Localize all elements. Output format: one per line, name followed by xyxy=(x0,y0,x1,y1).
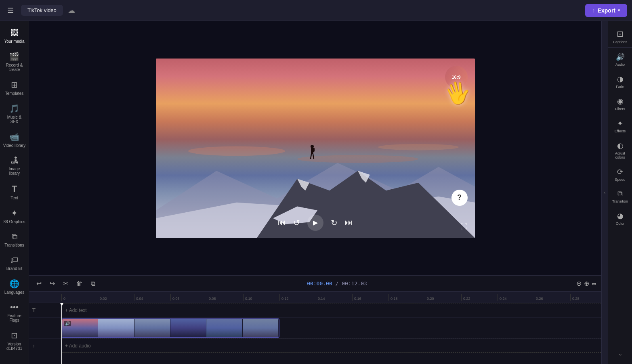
audio-track-label: ♪ xyxy=(29,343,61,349)
ruler-mark-12: 0:12 xyxy=(279,294,316,301)
svg-point-0 xyxy=(188,146,285,155)
right-item-speed[interactable]: ⟳ Speed xyxy=(609,164,632,185)
right-sidebar: ⊡ Captions 🔊 Audio ◑ Fade ◉ Filters ✦ Ef… xyxy=(608,21,632,364)
sidebar-item-label: Transitions xyxy=(4,243,24,247)
sidebar-item-label: Record & create xyxy=(3,63,26,72)
total-time: 00:12.03 xyxy=(342,280,367,287)
sidebar-item-label: 88 Graphics xyxy=(4,220,25,224)
ruler-marks: 0 0:02 0:04 0:06 0:08 0:10 0:12 0:14 0:1… xyxy=(61,294,601,301)
right-item-label: Transition xyxy=(612,199,628,203)
clip-thumb-2 xyxy=(98,319,134,337)
play-pause-button[interactable]: ▶ xyxy=(307,215,323,231)
sidebar-item-label: Feature Flags xyxy=(3,314,26,322)
cloud-save-icon: ☁ xyxy=(68,6,75,15)
cut-button[interactable]: ✂ xyxy=(61,278,71,289)
sidebar-item-label: Image library xyxy=(3,167,26,176)
video-preview: 16:9 🖐 ⏮ ↺ ▶ ↻ ⏭ ⛶ ? xyxy=(29,21,601,275)
your-media-icon: 🖼 xyxy=(10,28,19,38)
video-track-content: 🔊 xyxy=(61,318,601,338)
right-item-label: Adjust colors xyxy=(611,151,630,159)
sidebar-item-transitions[interactable]: ⧉ Transitions xyxy=(2,229,27,251)
time-display: 00:00.00 / 00:12.03 xyxy=(307,280,367,287)
text-track-icon: T xyxy=(32,307,36,313)
svg-point-1 xyxy=(297,155,418,163)
brand-kit-icon: 🏷 xyxy=(10,255,19,265)
person-silhouette xyxy=(309,144,315,161)
track-area: T + Add text 🔊 xyxy=(29,303,601,364)
current-time: 00:00.00 xyxy=(307,280,332,287)
skip-back-button[interactable]: ⏮ xyxy=(278,218,286,227)
right-item-transition[interactable]: ⧉ Transition xyxy=(609,186,632,207)
sidebar-item-music-sfx[interactable]: 🎵 Music & SFX xyxy=(2,100,27,127)
right-item-color[interactable]: ◕ Color xyxy=(609,208,632,229)
skip-forward-button[interactable]: ⏭ xyxy=(345,218,353,227)
video-library-icon: 📹 xyxy=(9,132,19,142)
delete-button[interactable]: 🗑 xyxy=(74,278,85,289)
help-button[interactable]: ? xyxy=(451,190,468,206)
ruler-mark-24: 0:24 xyxy=(498,294,534,301)
right-item-effects[interactable]: ✦ Effects xyxy=(609,116,632,136)
color-icon: ◕ xyxy=(617,211,624,220)
aspect-ratio-badge[interactable]: 16:9 xyxy=(445,66,468,88)
export-button[interactable]: ↑ Export ▾ xyxy=(585,4,627,17)
ruler-mark-22: 0:22 xyxy=(461,294,498,301)
fullscreen-button[interactable]: ⛶ xyxy=(460,222,468,231)
zoom-out-button[interactable]: ⊖ xyxy=(576,280,582,287)
timeline-ruler: 0 0:02 0:04 0:06 0:08 0:10 0:12 0:14 0:1… xyxy=(29,292,601,303)
right-item-captions[interactable]: ⊡ Captions xyxy=(608,25,632,48)
right-item-filters[interactable]: ◉ Filters xyxy=(609,94,632,114)
right-panel-collapse[interactable]: ‹ xyxy=(601,21,608,364)
sidebar-item-video-library[interactable]: 📹 Video library xyxy=(2,129,27,151)
sidebar-item-feature-flags[interactable]: ••• Feature Flags xyxy=(2,299,27,326)
right-item-label: Audio xyxy=(615,63,625,67)
audio-track-content[interactable]: + Add audio xyxy=(61,339,601,353)
right-item-label: Speed xyxy=(615,178,625,182)
playhead xyxy=(61,303,62,364)
right-sidebar-chevron[interactable]: ⌄ xyxy=(615,347,626,360)
sidebar-item-label: Your media xyxy=(4,39,24,44)
main-layout: 🖼 Your media 🎬 Record & create ⊞ Templat… xyxy=(0,21,632,364)
collapse-right-button[interactable]: ‹ xyxy=(604,190,606,195)
image-library-icon: 🏞 xyxy=(10,156,19,165)
forward-5s-button[interactable]: ↻ xyxy=(331,218,338,228)
audio-track-icon: ♪ xyxy=(32,343,35,349)
fit-timeline-button[interactable]: ⇔ xyxy=(592,280,596,287)
fade-icon: ◑ xyxy=(617,75,624,84)
more-icon: ••• xyxy=(10,303,19,312)
clip-thumb-4 xyxy=(170,319,206,337)
undo-button[interactable]: ↩ xyxy=(34,278,44,289)
ruler-mark-10: 0:10 xyxy=(243,294,279,301)
clip-sound-icon: 🔊 xyxy=(64,321,71,326)
languages-icon: 🌐 xyxy=(9,279,19,289)
ruler-mark-14: 0:14 xyxy=(316,294,352,301)
project-title[interactable]: TikTok video xyxy=(21,5,63,16)
text-track-content[interactable]: + Add text xyxy=(61,303,601,317)
top-bar: ☰ TikTok video ☁ ↑ Export ▾ xyxy=(0,0,632,21)
sidebar-item-your-media[interactable]: 🖼 Your media xyxy=(2,25,27,47)
sidebar-item-record-create[interactable]: 🎬 Record & create xyxy=(2,48,27,75)
right-item-audio[interactable]: 🔊 Audio xyxy=(609,49,632,70)
video-canvas: 16:9 🖐 ⏮ ↺ ▶ ↻ ⏭ ⛶ ? xyxy=(156,59,475,238)
audio-track-row: ♪ + Add audio xyxy=(29,339,601,353)
sidebar-item-languages[interactable]: 🌐 Languages xyxy=(2,276,27,298)
sidebar-item-version[interactable]: ⊡ Version d1b47d1 xyxy=(2,327,27,354)
version-icon: ⊡ xyxy=(11,331,18,340)
svg-line-12 xyxy=(311,154,311,159)
sidebar-item-text[interactable]: T Text xyxy=(2,180,27,203)
zoom-in-button[interactable]: ⊕ xyxy=(584,280,589,287)
menu-button[interactable]: ☰ xyxy=(5,4,16,17)
video-clip-strip[interactable]: 🔊 xyxy=(61,318,279,338)
right-item-adjust-colors[interactable]: ◐ Adjust colors xyxy=(609,138,632,163)
rewind-5s-button[interactable]: ↺ xyxy=(293,218,300,228)
right-item-fade[interactable]: ◑ Fade xyxy=(609,71,632,92)
sidebar-item-brand-kit[interactable]: 🏷 Brand kit xyxy=(2,252,27,274)
sidebar-item-graphics[interactable]: ✦ 88 Graphics xyxy=(2,205,27,227)
sidebar-item-image-library[interactable]: 🏞 Image library xyxy=(2,153,27,179)
sidebar-item-label: Version d1b47d1 xyxy=(3,342,26,351)
sidebar-item-templates[interactable]: ⊞ Templates xyxy=(2,77,27,99)
duplicate-button[interactable]: ⧉ xyxy=(88,278,98,289)
playback-controls: ⏮ ↺ ▶ ↻ ⏭ xyxy=(278,215,353,231)
redo-button[interactable]: ↪ xyxy=(47,278,57,289)
transitions-icon: ⧉ xyxy=(12,232,17,241)
sidebar-item-label: Brand kit xyxy=(6,266,22,271)
